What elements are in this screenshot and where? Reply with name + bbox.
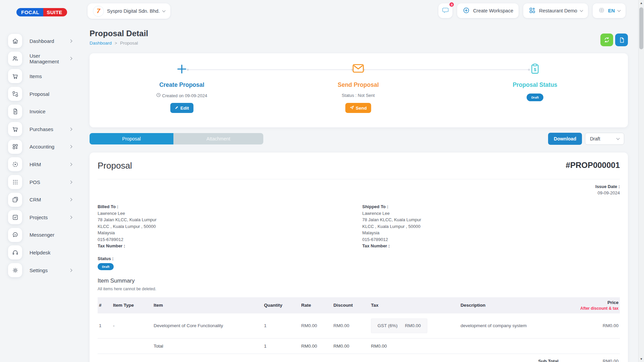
cell-description: development of company system (461, 323, 569, 328)
sidebar-item-proposal[interactable]: Proposal (0, 85, 85, 103)
sidebar-item-items[interactable]: Items (0, 67, 85, 85)
document-header: Proposal #PROP000001 (98, 161, 620, 171)
logo-focal: FOCAL (16, 8, 43, 16)
workspace-logo-icon: 7 (93, 6, 104, 17)
chevron-right-icon (69, 127, 72, 131)
plus-icon (131, 63, 232, 75)
step-subtitle-text: Status : Not Sent (342, 93, 375, 98)
document-button[interactable] (615, 34, 628, 46)
crm-card-icon (8, 193, 22, 207)
pencil-icon (175, 106, 179, 111)
total-discount: RM0.00 (333, 344, 371, 349)
shipped-address1: 78 Jalan KLCC, Kuala Lumpur (362, 217, 620, 223)
item-summary-title: Item Summary (98, 278, 620, 284)
issue-date-value: 09-09-2024 (98, 190, 620, 195)
sidebar-item-label: Helpdesk (30, 250, 51, 255)
billed-phone: 015-6789012 (98, 236, 362, 243)
billed-to-label: Billed To : (98, 203, 362, 210)
gear-icon (8, 263, 22, 277)
cell-item-type: - (113, 323, 154, 328)
col-discount: Discount (333, 303, 371, 308)
sidebar-item-pos[interactable]: POS (0, 173, 85, 191)
divider (98, 179, 620, 179)
grid-plus-icon (8, 140, 22, 154)
col-tax: Tax (371, 303, 461, 308)
tab-attachment[interactable]: Attachment (173, 133, 263, 144)
document-status-block: Status : Draft (98, 256, 620, 270)
edit-button[interactable]: Edit (170, 103, 194, 113)
addresses: Billed To : Lawrence Lee 78 Jalan KLCC, … (98, 203, 620, 249)
shipped-to-block: Shipped To : Lawrence Lee 78 Jalan KLCC,… (362, 203, 620, 249)
tax-value: RM0.00 (405, 323, 421, 328)
scrollbar-thumb[interactable] (639, 7, 643, 49)
sidebar-item-invoice[interactable]: Invoice (0, 103, 85, 120)
billed-tax-label: Tax Number : (98, 243, 362, 249)
chevron-right-icon (69, 216, 72, 219)
chevron-down-icon (616, 137, 620, 140)
workspace-grid-icon (529, 7, 536, 15)
subtotal-value: RM0.00 (558, 359, 620, 362)
shipped-phone: 015-6789012 (362, 236, 620, 243)
messages-button[interactable]: 0 (438, 3, 452, 18)
status-dropdown[interactable]: Draft (585, 133, 624, 145)
col-description: Description (461, 303, 569, 308)
sidebar-item-projects[interactable]: Projects (0, 208, 85, 226)
cell-item: Development of Core Functionality (154, 323, 264, 328)
language-selector[interactable]: EN (593, 3, 626, 18)
sidebar-item-messenger[interactable]: Messenger (0, 226, 85, 244)
active-workspace-dropdown[interactable]: Restaurant Demo (523, 3, 588, 18)
refresh-button[interactable] (600, 34, 613, 46)
scrollbar-down-arrow[interactable]: ▼ (639, 357, 644, 361)
col-item: Item (154, 303, 264, 308)
sidebar-item-label: POS (30, 179, 40, 185)
status-dropdown-value: Draft (590, 136, 600, 141)
sidebar-item-crm[interactable]: CRM (0, 191, 85, 208)
download-button[interactable]: Download (548, 133, 582, 145)
send-button[interactable]: Send (345, 103, 371, 113)
envelope-icon (308, 63, 409, 73)
page-title: Proposal Detail (90, 29, 148, 38)
page-scrollbar[interactable]: ▲ ▼ (638, 0, 644, 362)
breadcrumb-current: Proposal (120, 41, 138, 46)
cell-price: RM0.00 (569, 323, 620, 328)
shipped-to-label: Shipped To : (362, 203, 620, 210)
chevron-down-icon (618, 9, 621, 12)
items-table: # Item Type Item Quantity Rate Discount … (98, 297, 620, 362)
proposal-number: #PROP000001 (566, 161, 620, 170)
sidebar-item-user-management[interactable]: User Management (0, 50, 85, 68)
sidebar-item-dashboard[interactable]: Dashboard (0, 32, 85, 50)
notification-badge: 0 (449, 2, 454, 7)
sidebar-item-helpdesk[interactable]: Helpdesk (0, 244, 85, 261)
checkbox-icon (8, 210, 22, 224)
sidebar-item-hrm[interactable]: HRM (0, 156, 85, 173)
item-summary-note: All items here cannot be deleted. (98, 287, 620, 291)
breadcrumb-dashboard-link[interactable]: Dashboard (90, 41, 112, 46)
chevron-right-icon (69, 198, 72, 201)
send-button-label: Send (356, 106, 367, 111)
create-workspace-button[interactable]: Create Workspace (457, 3, 519, 18)
page-header-actions (600, 34, 628, 46)
sidebar-item-accounting[interactable]: Accounting (0, 138, 85, 156)
step-title: Proposal Status (485, 81, 585, 88)
subtotal-row: Sub Total RM0.00 (98, 354, 620, 362)
svg-text:$: $ (534, 67, 536, 72)
clipboard-dollar-icon: $ (485, 63, 585, 75)
sidebar-item-purchases[interactable]: Purchases (0, 120, 85, 138)
tab-proposal[interactable]: Proposal (90, 133, 173, 144)
scrollbar-up-arrow[interactable]: ▲ (639, 1, 644, 5)
tax-name: GST (6%) (377, 323, 397, 328)
subtotal-label: Sub Total (538, 359, 559, 362)
app-logo: FOCALSUITE (16, 8, 67, 16)
shipped-tax-label: Tax Number : (362, 243, 620, 249)
issue-date-label: Issue Date : (98, 184, 620, 189)
language-label: EN (608, 8, 615, 13)
col-item-type: Item Type (113, 303, 154, 308)
status-badge: Draft (527, 94, 543, 101)
paper-plane-icon (350, 105, 354, 111)
sidebar-item-settings[interactable]: Settings (0, 261, 85, 279)
cell-num: 1 (98, 323, 113, 328)
cell-tax: GST (6%) RM0.00 (371, 318, 461, 333)
item-summary-header: Item Summary All items here cannot be de… (98, 278, 620, 291)
workspace-selector[interactable]: 7 Syspro Digital Sdn. Bhd. (88, 3, 170, 19)
col-price: Price After discount & tax (569, 300, 620, 311)
